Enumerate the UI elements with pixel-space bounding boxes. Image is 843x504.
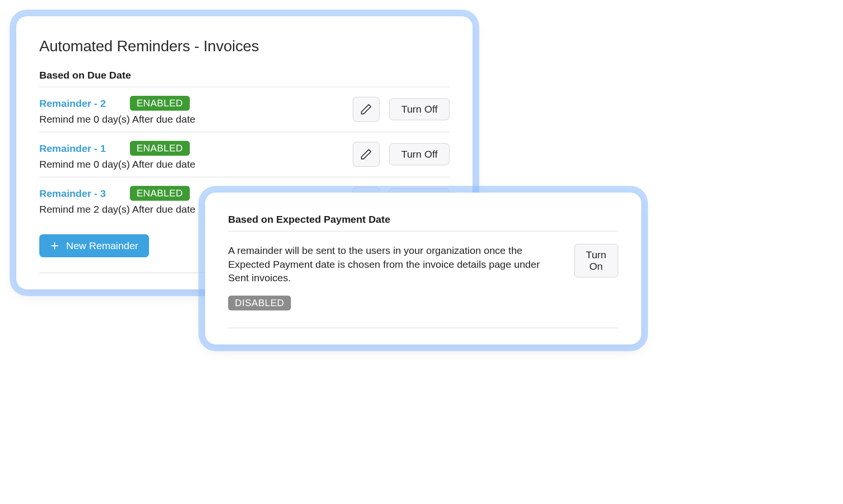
reminder-description: Remind me 0 day(s) After due date [39, 114, 353, 125]
pencil-icon [360, 103, 372, 115]
expected-payment-card: Based on Expected Payment Date A remaind… [205, 193, 641, 344]
turn-on-button[interactable]: Turn On [574, 244, 618, 277]
reminder-name-link[interactable]: Remainder - 2 [39, 98, 106, 109]
plus-icon [50, 241, 59, 251]
status-badge: ENABLED [130, 141, 190, 156]
turn-off-button[interactable]: Turn Off [389, 98, 450, 120]
expected-payment-block: A remainder will be sent to the users in… [228, 231, 618, 328]
expected-payment-content: A remainder will be sent to the users in… [228, 244, 561, 310]
pencil-icon [360, 148, 372, 160]
turn-off-button[interactable]: Turn Off [389, 143, 450, 165]
due-date-section-title: Based on Due Date [39, 69, 450, 81]
reminder-name-link[interactable]: Remainder - 1 [39, 143, 106, 154]
reminder-row: Remainder - 2 ENABLED Remind me 0 day(s)… [39, 87, 450, 132]
page-title: Automated Reminders - Invoices [39, 37, 450, 55]
expected-payment-text: A remainder will be sent to the users in… [228, 244, 561, 285]
reminder-row: Remainder - 1 ENABLED Remind me 0 day(s)… [39, 132, 450, 177]
status-badge: ENABLED [130, 186, 190, 201]
new-reminder-label: New Remainder [66, 240, 139, 252]
reminder-name-link[interactable]: Remainder - 3 [39, 188, 106, 199]
new-reminder-button[interactable]: New Remainder [39, 234, 149, 257]
reminder-info: Remainder - 2 ENABLED Remind me 0 day(s)… [39, 96, 353, 125]
status-badge: ENABLED [130, 96, 190, 111]
reminder-description: Remind me 0 day(s) After due date [39, 159, 353, 170]
status-badge: DISABLED [228, 296, 291, 310]
edit-button[interactable] [353, 142, 380, 167]
expected-payment-section-title: Based on Expected Payment Date [228, 214, 618, 225]
reminder-info: Remainder - 1 ENABLED Remind me 0 day(s)… [39, 141, 353, 170]
edit-button[interactable] [353, 97, 380, 122]
